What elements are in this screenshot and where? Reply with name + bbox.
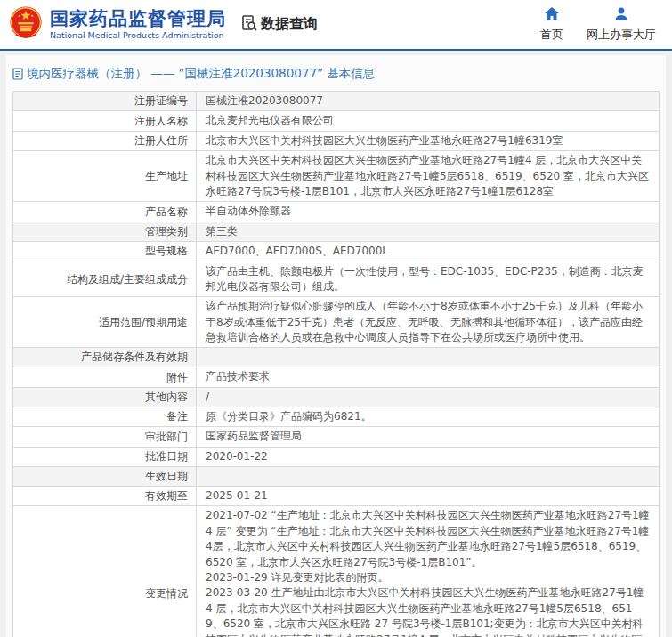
data-query-label: 数据查询 [261,15,318,34]
table-row: 其他内容/ [13,388,659,407]
row-value: 2021-07-02 “生产地址：北京市大兴区中关村科技园区大兴生物医药产业基地… [197,506,659,637]
row-label: 批准日期 [13,448,197,466]
info-table: 注册证编号国械注准20203080077注册人名称北京麦邦光电仪器有限公司注册人… [12,91,660,637]
row-value: 国家药品监督管理局 [197,427,659,446]
row-value: 北京麦邦光电仪器有限公司 [197,111,659,130]
row-label: 型号规格 [13,242,197,261]
table-row: 批准日期2020-01-22 [13,448,659,467]
row-label: 产品储存条件及有效期 [13,348,197,367]
table-row: 注册人住所北京市大兴区中关村科技园区大兴生物医药产业基地永旺路27号1幢6319… [13,132,659,151]
table-row: 生效日期 [13,467,659,487]
table-row: 备注原《分类目录》产品编码为6821。 [13,407,659,427]
row-label: 适用范围/预期用途 [13,297,197,347]
row-value: 该产品由主机、除颤电极片（一次性使用，型号：EDC-1035、EDC-P235，… [197,262,659,297]
row-value: 原《分类目录》产品编码为6821。 [197,407,659,426]
table-row: 生产地址北京市大兴区中关村科技园区大兴生物医药产业基地永旺路27号1幢4 层，北… [13,151,659,202]
row-value [197,467,659,486]
table-row: 附件产品技术要求 [13,367,659,387]
row-value: 第三类 [197,222,659,241]
row-value: AED7000、AED7000S、AED7000L [197,242,659,261]
row-value: 2020-01-22 [197,448,659,466]
table-row: 适用范围/预期用途该产品预期治疗疑似心脏骤停的成人（年龄不小于8岁或体重不小于2… [13,297,659,348]
content-panel: 境内医疗器械（注册） —— “国械注准20203080077” 基本信息 注册证… [6,55,666,637]
table-row: 产品名称半自动体外除颤器 [13,202,659,222]
row-label: 有效期至 [13,487,197,505]
site-header: 国家药品监督管理局 National Medical Products Admi… [0,0,672,51]
row-label: 其他内容 [13,388,197,407]
row-value: / [197,388,659,407]
page-content: 境内医疗器械（注册） —— “国械注准20203080077” 基本信息 注册证… [0,51,672,637]
table-row: 注册人名称北京麦邦光电仪器有限公司 [13,111,659,131]
nav-data-query[interactable]: 数据查询 [240,14,318,36]
document-icon [12,68,23,80]
row-label: 结构及组成/主要组成成分 [13,262,197,297]
top-nav: 首页 网上办事大厅 [540,7,656,43]
national-emblem-icon [9,5,43,44]
table-row: 审批部门国家药品监督管理局 [13,427,659,447]
table-row: 结构及组成/主要组成成分该产品由主机、除颤电极片（一次性使用，型号：EDC-10… [13,262,659,298]
table-row: 变更情况2021-07-02 “生产地址：北京市大兴区中关村科技园区大兴生物医药… [13,506,659,637]
row-value: 国械注准20203080077 [197,92,659,110]
breadcrumb: 境内医疗器械（注册） —— “国械注准20203080077” 基本信息 [12,55,660,91]
table-row: 管理类别第三类 [13,222,659,242]
table-row: 型号规格AED7000、AED7000S、AED7000L [13,242,659,262]
site-title: 国家药品监督管理局 [50,9,226,29]
nav-home[interactable]: 首页 [540,7,563,43]
service-hall-label: 网上办事大厅 [587,27,656,43]
table-row: 产品储存条件及有效期 [13,348,659,367]
site-subtitle: National Medical Products Administration [50,31,226,40]
breadcrumb-text: 境内医疗器械（注册） —— “国械注准20203080077” 基本信息 [27,66,375,82]
row-label: 附件 [13,367,197,386]
row-value: 2025-01-21 [197,487,659,505]
row-label: 生产地址 [13,151,197,201]
row-label: 产品名称 [13,202,197,221]
row-label: 审批部门 [13,427,197,446]
row-value: 北京市大兴区中关村科技园区大兴生物医药产业基地永旺路27号1幢6319室 [197,132,659,150]
home-label: 首页 [540,27,563,43]
site-logo[interactable] [9,5,43,44]
data-query-icon [240,14,258,36]
row-value [197,348,659,367]
row-label: 备注 [13,407,197,426]
home-icon [545,7,559,24]
row-value: 产品技术要求 [197,367,659,386]
user-icon [614,7,628,24]
table-row: 有效期至2025-01-21 [13,487,659,506]
row-label: 注册证编号 [13,92,197,110]
row-label: 变更情况 [13,506,197,637]
row-label: 管理类别 [13,222,197,241]
row-value: 北京市大兴区中关村科技园区大兴生物医药产业基地永旺路27号1幢4 层，北京市大兴… [197,151,659,201]
table-row: 注册证编号国械注准20203080077 [13,92,659,111]
row-label: 注册人住所 [13,132,197,150]
row-label: 注册人名称 [13,111,197,130]
row-label: 生效日期 [13,467,197,486]
nav-service-hall[interactable]: 网上办事大厅 [587,7,656,43]
row-value: 该产品预期治疗疑似心脏骤停的成人（年龄不小于8岁或体重不小于25千克）及儿科（年… [197,297,659,347]
site-brand: 国家药品监督管理局 National Medical Products Admi… [50,9,226,41]
row-value: 半自动体外除颤器 [197,202,659,221]
